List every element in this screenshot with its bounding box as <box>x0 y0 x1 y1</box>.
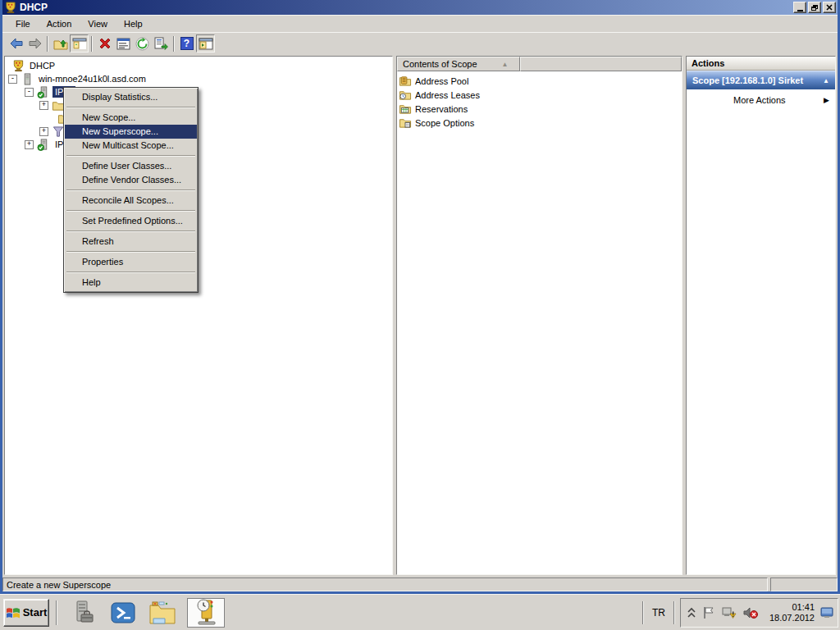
list-item-address-leases[interactable]: Address Leases <box>397 88 682 102</box>
server-manager-taskbar-icon[interactable] <box>69 598 98 628</box>
forward-icon <box>28 38 43 49</box>
expand-toggle-icon[interactable]: + <box>25 140 34 149</box>
menu-item-reconcile-all-scopes[interactable]: Reconcile All Scopes... <box>65 194 197 208</box>
more-actions-label: More Actions <box>733 95 824 105</box>
menu-item-new-superscope[interactable]: New Superscope... <box>65 125 197 139</box>
menu-separator <box>66 272 195 273</box>
tray-clock[interactable]: 01:41 18.07.2012 <box>769 602 815 623</box>
list-item-reservations[interactable]: Reservations <box>397 102 682 116</box>
menu-item-new-scope[interactable]: New Scope... <box>65 111 197 125</box>
system-tray: TR 01:41 18.07.2012 <box>637 595 840 630</box>
list-item-label: Address Pool <box>415 76 468 86</box>
tree-label-dhcp[interactable]: DHCP <box>27 60 57 71</box>
tree-node-dhcp-root[interactable]: DHCP <box>5 59 392 72</box>
action-pane-icon <box>199 38 213 50</box>
menu-action[interactable]: Action <box>39 16 80 31</box>
delete-icon <box>98 37 112 50</box>
menu-item-help[interactable]: Help <box>65 276 197 290</box>
menu-item-new-multicast-scope[interactable]: New Multicast Scope... <box>65 139 197 153</box>
up-one-level-button[interactable] <box>51 34 70 52</box>
tree-label-server[interactable]: win-mnoe24u1k0l.asd.com <box>36 73 148 84</box>
more-actions-item[interactable]: More Actions ▶ <box>687 95 835 105</box>
status-bar: Create a new Superscope <box>2 577 838 591</box>
menu-separator <box>66 210 195 212</box>
submenu-arrow-icon: ▶ <box>824 96 829 104</box>
toolbar: ? <box>2 32 838 54</box>
menu-help[interactable]: Help <box>116 16 151 31</box>
column-header-blank[interactable] <box>520 57 682 71</box>
collapse-group-icon[interactable]: ▲ <box>823 77 829 84</box>
action-center-tray-icon[interactable] <box>702 606 715 619</box>
refresh-icon <box>135 37 149 51</box>
properties-button[interactable] <box>114 34 133 52</box>
sort-ascending-icon: ▲ <box>502 61 509 68</box>
status-aux-cell <box>770 578 838 591</box>
up-one-level-icon <box>53 37 68 50</box>
scope-actions-group-header[interactable]: Scope [192.168.1.0] Sirket ▲ <box>687 71 835 89</box>
expand-toggle-icon[interactable]: + <box>39 127 48 136</box>
start-button[interactable]: Start <box>3 599 49 627</box>
tree-node-server[interactable]: - win-mnoe24u1k0l.asd.com <box>5 72 392 85</box>
close-button[interactable] <box>823 2 836 13</box>
powershell-taskbar-icon[interactable] <box>108 598 138 628</box>
start-label: Start <box>23 606 48 619</box>
list-item-scope-options[interactable]: Scope Options <box>397 116 682 130</box>
restore-button[interactable] <box>808 2 821 13</box>
menu-item-display-statistics[interactable]: Display Statistics... <box>65 90 197 104</box>
desktop: { "win": { "title": "DHCP", "menu": { "f… <box>0 0 840 630</box>
action-pane-toggle-button[interactable] <box>196 34 215 52</box>
ipv4-server-icon <box>37 86 50 98</box>
language-indicator[interactable]: TR <box>649 607 669 619</box>
toolbar-separator <box>91 36 93 52</box>
menu-item-refresh[interactable]: Refresh <box>65 235 197 249</box>
console-tree-toggle-button[interactable] <box>70 34 89 52</box>
status-text: Create a new Superscope <box>7 580 111 590</box>
menu-item-properties[interactable]: Properties <box>65 255 197 269</box>
network-warning-icon <box>722 606 737 619</box>
address-pool-icon <box>399 75 412 87</box>
toolbar-separator <box>173 36 175 52</box>
export-list-icon <box>154 37 168 50</box>
column-header-contents[interactable]: Contents of Scope ▲ <box>397 57 520 71</box>
minimize-button[interactable] <box>793 2 806 13</box>
list-item-address-pool[interactable]: Address Pool <box>397 74 682 88</box>
menu-item-set-predefined-options[interactable]: Set Predefined Options... <box>65 214 197 228</box>
menu-item-define-vendor-classes[interactable]: Define Vendor Classes... <box>65 173 197 187</box>
help-button[interactable]: ? <box>177 34 196 52</box>
ipv6-server-icon <box>37 139 50 151</box>
collapse-toggle-icon[interactable]: - <box>8 75 17 84</box>
show-desktop-button[interactable] <box>819 600 834 625</box>
menu-file[interactable]: File <box>7 16 39 31</box>
clock-time: 01:41 <box>769 602 815 613</box>
refresh-button[interactable] <box>133 34 152 52</box>
volume-tray-icon[interactable] <box>743 606 758 619</box>
back-icon <box>9 38 24 49</box>
speaker-muted-icon <box>743 606 758 619</box>
restore-icon <box>811 5 818 11</box>
explorer-taskbar-icon[interactable] <box>148 598 177 628</box>
reservations-icon <box>399 103 412 115</box>
list-item-label: Scope Options <box>415 118 474 128</box>
notification-area: 01:41 18.07.2012 <box>680 598 838 628</box>
title-bar[interactable]: DHCP <box>2 0 838 15</box>
expand-toggle-icon[interactable]: + <box>39 101 48 110</box>
minimize-icon <box>797 10 803 11</box>
taskbar-separator <box>56 600 57 625</box>
chevron-up-icon <box>687 607 696 619</box>
menu-view[interactable]: View <box>80 16 116 31</box>
dhcp-taskbar-button[interactable] <box>187 598 225 628</box>
export-list-button[interactable] <box>152 34 171 52</box>
forward-button[interactable] <box>25 34 44 52</box>
tray-separator <box>642 601 644 624</box>
clock-date: 18.07.2012 <box>769 613 815 623</box>
help-icon: ? <box>180 37 194 50</box>
status-message-cell: Create a new Superscope <box>2 578 768 591</box>
menu-item-define-user-classes[interactable]: Define User Classes... <box>65 159 197 173</box>
list-header-row: Contents of Scope ▲ <box>397 57 682 71</box>
collapse-toggle-icon[interactable]: - <box>25 88 34 97</box>
delete-button[interactable] <box>95 34 114 52</box>
list-body: Address Pool Address Leases Reservations… <box>397 71 682 574</box>
back-button[interactable] <box>7 34 25 52</box>
show-hidden-icons-button[interactable] <box>687 607 696 619</box>
network-tray-icon[interactable] <box>722 606 737 619</box>
